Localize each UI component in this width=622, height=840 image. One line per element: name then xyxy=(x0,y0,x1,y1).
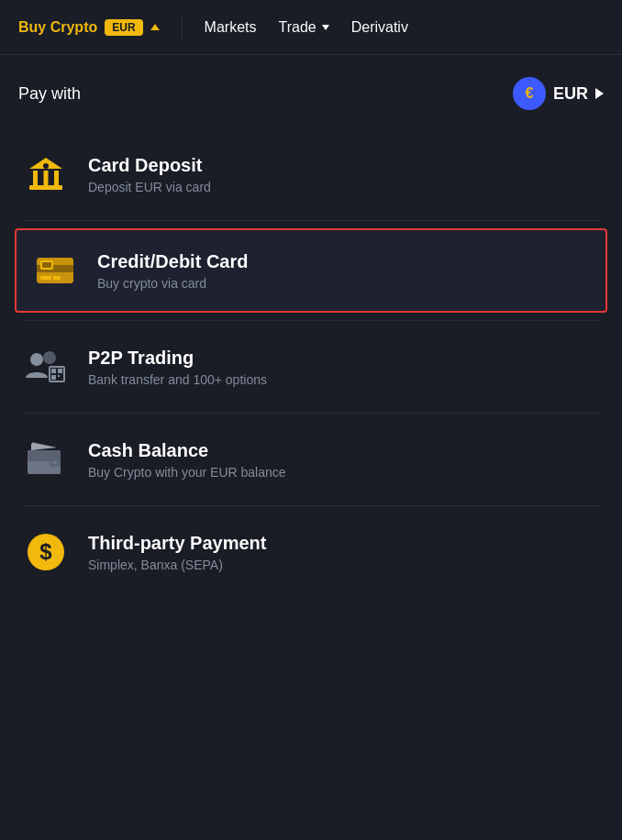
cash-balance-subtitle: Buy Crypto with your EUR balance xyxy=(88,465,286,480)
credit-card-text: Credit/Debit Card Buy crypto via card xyxy=(97,251,248,291)
derivatives-label: Derivativ xyxy=(351,19,408,36)
svg-rect-10 xyxy=(53,276,61,280)
chevron-right-icon xyxy=(595,88,604,99)
separator-1 xyxy=(22,220,600,221)
derivatives-nav-item[interactable]: Derivativ xyxy=(351,19,408,36)
eur-badge: EUR xyxy=(105,19,142,36)
third-party-title: Third-party Payment xyxy=(88,533,266,554)
svg-rect-0 xyxy=(29,185,62,190)
payment-option-third-party[interactable]: $ Third-party Payment Simplex, Banxa (SE… xyxy=(0,510,622,594)
payment-options-list: Card Deposit Deposit EUR via card Credit… xyxy=(0,125,622,602)
markets-label: Markets xyxy=(205,19,257,36)
currency-selector[interactable]: € EUR xyxy=(513,77,604,110)
pay-with-section: Pay with € EUR xyxy=(0,55,622,125)
svg-point-15 xyxy=(43,351,56,364)
payment-option-card-deposit[interactable]: Card Deposit Deposit EUR via card xyxy=(0,132,622,216)
svg-rect-1 xyxy=(33,171,38,185)
markets-nav-item[interactable]: Markets xyxy=(205,19,257,36)
currency-text: EUR xyxy=(553,84,588,104)
svg-rect-13 xyxy=(42,262,51,268)
buy-crypto-nav[interactable]: Buy Crypto EUR xyxy=(18,19,160,36)
payment-option-credit-card[interactable]: Credit/Debit Card Buy crypto via card xyxy=(15,228,607,313)
separator-3 xyxy=(22,413,600,414)
top-navigation: Buy Crypto EUR Markets Trade Derivativ xyxy=(0,0,622,55)
svg-rect-2 xyxy=(44,171,49,185)
svg-rect-17 xyxy=(51,369,56,373)
svg-rect-26 xyxy=(28,450,61,461)
cash-balance-title: Cash Balance xyxy=(88,440,286,461)
trade-label: Trade xyxy=(278,19,316,36)
bank-icon xyxy=(22,150,70,198)
card-deposit-subtitle: Deposit EUR via card xyxy=(88,180,211,194)
card-deposit-title: Card Deposit xyxy=(88,155,211,176)
trade-dropdown-icon xyxy=(322,25,329,30)
payment-option-cash-balance[interactable]: Cash Balance Buy Crypto with your EUR ba… xyxy=(0,417,622,502)
card-icon xyxy=(31,247,79,294)
svg-text:$: $ xyxy=(39,539,52,564)
dollar-circle-icon: $ xyxy=(22,528,70,576)
p2p-icon xyxy=(22,343,70,391)
pay-with-label: Pay with xyxy=(18,84,81,104)
p2p-text: P2P Trading Bank transfer and 100+ optio… xyxy=(88,348,267,387)
p2p-subtitle: Bank transfer and 100+ options xyxy=(88,372,267,387)
separator-4 xyxy=(22,505,600,506)
nav-divider xyxy=(182,14,183,41)
svg-rect-3 xyxy=(54,171,59,185)
svg-point-5 xyxy=(43,163,49,169)
eur-symbol: € xyxy=(526,85,534,102)
third-party-text: Third-party Payment Simplex, Banxa (SEPA… xyxy=(88,533,266,572)
svg-point-14 xyxy=(30,353,43,366)
svg-rect-18 xyxy=(58,369,62,373)
credit-card-subtitle: Buy crypto via card xyxy=(97,276,248,291)
svg-rect-20 xyxy=(58,375,60,377)
separator-2 xyxy=(22,320,600,321)
buy-crypto-label: Buy Crypto xyxy=(18,19,97,36)
wallet-icon xyxy=(22,436,70,483)
third-party-subtitle: Simplex, Banxa (SEPA) xyxy=(88,558,266,572)
svg-rect-9 xyxy=(40,276,51,280)
card-deposit-text: Card Deposit Deposit EUR via card xyxy=(88,155,211,194)
p2p-title: P2P Trading xyxy=(88,348,267,369)
arrow-up-icon xyxy=(150,24,160,30)
trade-nav-item[interactable]: Trade xyxy=(278,19,328,36)
payment-option-p2p[interactable]: P2P Trading Bank transfer and 100+ optio… xyxy=(0,325,622,409)
cash-balance-text: Cash Balance Buy Crypto with your EUR ba… xyxy=(88,440,286,480)
svg-rect-19 xyxy=(51,375,56,380)
eur-circle-icon: € xyxy=(513,77,546,110)
credit-card-title: Credit/Debit Card xyxy=(97,251,248,272)
